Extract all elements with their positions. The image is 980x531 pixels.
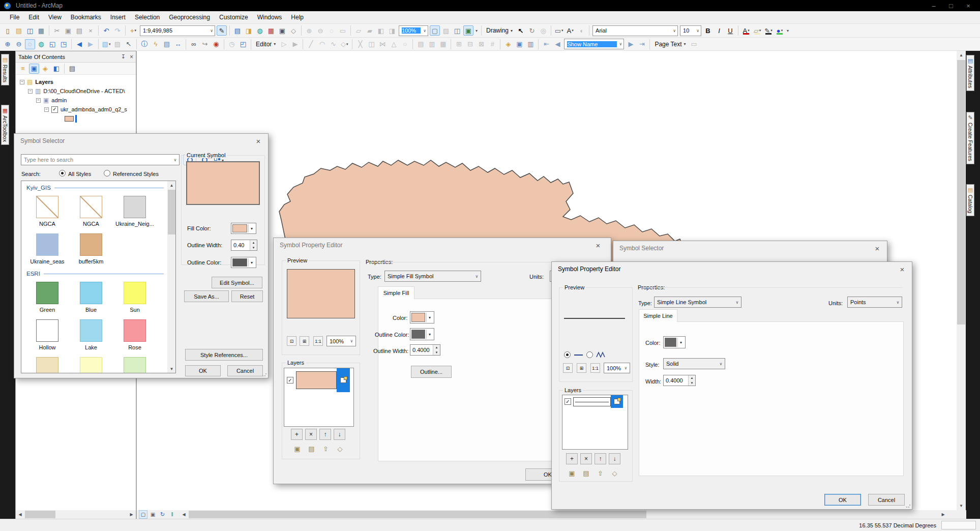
symbol-item[interactable]: Blue: [69, 282, 113, 313]
rotate-element-icon[interactable]: ↻: [527, 25, 537, 36]
tab-create-features[interactable]: ✎ Create Features: [966, 112, 974, 164]
ok-button[interactable]: OK: [824, 494, 861, 506]
vscroll-thumb[interactable]: [957, 60, 965, 324]
buffer-tool-icon[interactable]: ○: [400, 39, 410, 49]
tab-catalog[interactable]: ▤ Catalog: [966, 184, 974, 216]
close-icon[interactable]: ×: [253, 136, 264, 146]
minimize-button[interactable]: –: [925, 0, 942, 11]
highlight-color-icon[interactable]: ▱▾: [752, 25, 762, 36]
tab-results[interactable]: ▤ Results: [1, 54, 9, 85]
symbol-item[interactable]: Hollow: [25, 319, 69, 351]
new-map-icon[interactable]: ▯: [3, 25, 13, 36]
snapping-edge-icon[interactable]: ⊟: [465, 39, 475, 49]
spin-down-icon[interactable]: ▼: [433, 350, 440, 355]
layers-list[interactable]: ✓: [562, 395, 628, 450]
select-elements-tool-icon[interactable]: ↖: [124, 39, 134, 49]
scroll-left-icon[interactable]: ◀: [180, 510, 188, 519]
actual-size-button[interactable]: 1:1: [590, 363, 600, 373]
find-route-icon[interactable]: ↪: [200, 39, 210, 49]
close-icon[interactable]: ×: [897, 264, 908, 274]
change-layout-icon[interactable]: ◫: [452, 25, 462, 36]
lock-layer-icon[interactable]: ◇: [335, 444, 345, 454]
symbol-item[interactable]: NGCA: [25, 196, 69, 227]
back-extent-icon[interactable]: ◀: [74, 39, 84, 49]
go-forward-extent-icon[interactable]: ◨: [387, 25, 397, 36]
paste-icon[interactable]: ▤: [74, 25, 84, 36]
toc-node-admin[interactable]: − ▣ admin: [16, 96, 136, 105]
preview-zoom-combo[interactable]: 100%∨: [604, 363, 630, 373]
toc-node-layers[interactable]: − ▤ Layers: [16, 77, 136, 86]
text-tool-icon[interactable]: A▾: [565, 25, 575, 36]
go-to-xy-icon[interactable]: ◉: [211, 39, 221, 49]
layer-swatch[interactable]: [573, 397, 611, 406]
editor-menu[interactable]: Editor▾: [253, 39, 278, 49]
actual-size-button[interactable]: 1:1: [313, 336, 323, 346]
html-popup-icon[interactable]: ▤: [162, 39, 172, 49]
symbol-item[interactable]: [113, 357, 157, 373]
units-combo[interactable]: Points∨: [847, 297, 902, 308]
zoom-to-fit-button[interactable]: ⊡: [563, 363, 573, 373]
spin-down-icon[interactable]: ▼: [689, 380, 695, 386]
toc-node-layer[interactable]: − ✓ ukr_admbnda_adm0_q2_s: [16, 105, 136, 114]
fixed-zoom-out-icon[interactable]: ◳: [58, 39, 69, 49]
symbol-item[interactable]: [69, 357, 113, 373]
menu-windows[interactable]: Windows: [253, 11, 287, 24]
selected-layer-cell[interactable]: [611, 395, 623, 408]
pan-icon[interactable]: ◌: [25, 39, 35, 49]
data-driven-page-setup-icon[interactable]: ▣: [463, 25, 473, 36]
table-of-contents-window-icon[interactable]: ▤: [232, 25, 243, 36]
forward-extent-icon[interactable]: ▶: [85, 39, 96, 49]
list-by-visibility-icon[interactable]: ◈: [40, 64, 50, 74]
page-text-menu[interactable]: Page Text▾: [652, 39, 688, 49]
add-layer-button[interactable]: +: [566, 453, 578, 464]
spin-down-icon[interactable]: ▼: [250, 245, 257, 250]
type-combo[interactable]: Simple Fill Symbol∨: [384, 271, 481, 282]
zigzag-preview-radio[interactable]: [586, 351, 593, 358]
color-picker[interactable]: ▾: [663, 336, 686, 348]
sketch-properties-icon[interactable]: ▥: [427, 39, 437, 49]
toc-options-icon[interactable]: ▤: [67, 64, 77, 74]
font-family-combo[interactable]: Arial∨: [592, 25, 678, 36]
feature-construction-icon[interactable]: ◇▾: [339, 39, 349, 49]
menu-file[interactable]: File: [5, 11, 24, 24]
scroll-right-icon[interactable]: ▶: [127, 510, 136, 519]
save-as-button[interactable]: Save As...: [184, 290, 229, 302]
ok-button[interactable]: OK: [185, 365, 221, 376]
selected-layer-cell[interactable]: [337, 368, 350, 392]
menu-insert[interactable]: Insert: [106, 11, 130, 24]
line-color-icon[interactable]: ✎▾: [763, 25, 774, 36]
catalog-window-icon[interactable]: ◨: [244, 25, 254, 36]
layer-checkbox[interactable]: ✓: [287, 377, 293, 383]
menu-view[interactable]: View: [44, 11, 66, 24]
referenced-styles-radio[interactable]: [104, 170, 110, 176]
zoom-full-button[interactable]: ⊞: [300, 336, 309, 346]
all-styles-radio[interactable]: [59, 170, 66, 176]
refresh-view-icon[interactable]: ↻: [158, 510, 167, 519]
symbol-search-input[interactable]: Type here to search∨: [21, 154, 180, 165]
preview-zoom-combo[interactable]: 100%∨: [326, 336, 356, 346]
copy-layer-icon[interactable]: ▣: [567, 468, 577, 478]
topology-2-icon[interactable]: ▣: [514, 39, 524, 49]
snapping-vertex-icon[interactable]: ⊠: [476, 39, 486, 49]
tab-attributes[interactable]: ▤ Attributes: [966, 55, 974, 91]
attributes-window-btn-icon[interactable]: ▤: [415, 39, 426, 49]
pan-page-icon[interactable]: ◌: [326, 25, 337, 36]
color-picker[interactable]: ▾: [410, 311, 434, 323]
menu-help[interactable]: Help: [286, 11, 308, 24]
map-vscrollbar[interactable]: ▲ ▼: [957, 51, 966, 510]
menu-customize[interactable]: Customize: [215, 11, 253, 24]
toolbar-overflow-icon[interactable]: ▾: [476, 28, 478, 33]
move-layer-down-button[interactable]: ↓: [609, 453, 620, 464]
measure-icon[interactable]: ↔: [173, 39, 183, 49]
spin-up-icon[interactable]: ▲: [433, 345, 440, 350]
symbol-list-vscrollbar[interactable]: ▲ ▼: [167, 181, 176, 373]
cancel-button[interactable]: Cancel: [227, 365, 263, 376]
map-scale-combo[interactable]: 1:9,499,985∨: [140, 25, 215, 36]
bold-icon[interactable]: B: [703, 25, 713, 36]
list-by-selection-icon[interactable]: ◧: [51, 64, 62, 74]
undo-icon[interactable]: ↶: [101, 25, 111, 36]
scroll-left-icon[interactable]: ◀: [16, 510, 24, 519]
cut-polygons-icon[interactable]: ╳: [355, 39, 365, 49]
font-color-icon[interactable]: A▾: [741, 25, 751, 36]
zoom-percent-combo[interactable]: 100%∨: [399, 25, 428, 36]
